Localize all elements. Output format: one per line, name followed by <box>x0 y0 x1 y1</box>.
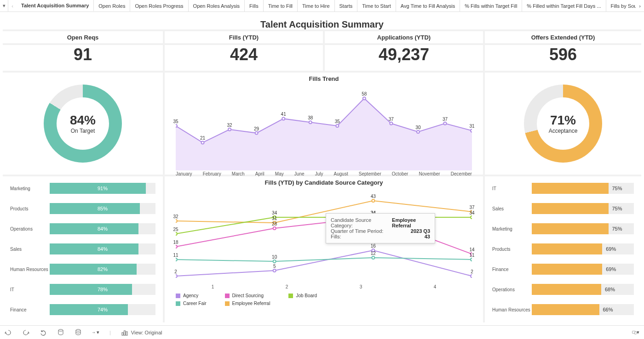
donut-acceptance-card[interactable]: 71% Acceptance <box>485 73 641 175</box>
bar-category: Human Resources <box>492 307 532 312</box>
bar-row[interactable]: Products69% <box>492 239 634 259</box>
legend-label: Job Board <box>296 293 317 298</box>
bar-value: 85% <box>98 206 108 211</box>
data-label: 37 <box>443 116 448 121</box>
tab-scroll-right[interactable]: › <box>636 0 644 11</box>
legend-label: Agency <box>183 293 198 298</box>
legend-item[interactable]: Job Board <box>288 293 317 298</box>
legend-label: Employee Referral <box>232 301 270 306</box>
bar-row[interactable]: Operations68% <box>492 279 634 299</box>
view-selector[interactable]: View: Original <box>121 329 162 336</box>
redo-icon[interactable] <box>22 329 29 336</box>
kpi-apps-val[interactable]: 49,237 <box>325 45 483 71</box>
legend-item[interactable]: Agency <box>176 293 207 298</box>
kpi-value: 91 <box>3 45 163 64</box>
svg-rect-34 <box>122 333 123 335</box>
x-tick: November <box>419 171 440 176</box>
fills-by-source-legend: AgencyDirect SourcingJob BoardCareer Fai… <box>165 289 483 308</box>
bar-row[interactable]: Operations84% <box>10 219 155 239</box>
export-icon[interactable]: ▾ <box>92 329 99 336</box>
svg-point-15 <box>471 275 472 277</box>
svg-point-21 <box>273 227 276 230</box>
device-preview-icon[interactable]: ▾ <box>632 329 639 336</box>
legend-item[interactable]: Career Fair <box>176 301 207 306</box>
bar-track: 75% <box>532 203 634 214</box>
bar-row[interactable]: Finance69% <box>492 259 634 279</box>
bar-value: 75% <box>612 186 622 191</box>
undo-icon[interactable] <box>5 329 12 336</box>
bar-row[interactable]: IT75% <box>492 178 634 198</box>
database-icon[interactable] <box>75 329 82 336</box>
tab-filled-within-target-fill-days[interactable]: % Filled within Target Fill Days ... <box>522 0 606 11</box>
bar-row[interactable]: Marketing75% <box>492 219 634 239</box>
tab-fills[interactable]: Fills <box>245 0 264 11</box>
on-target-bars-card[interactable]: Marketing91%Products85%Operations84%Sale… <box>3 176 163 322</box>
bar-row[interactable]: Human Resources66% <box>492 299 634 320</box>
revert-icon[interactable] <box>40 329 47 336</box>
svg-point-16 <box>176 258 177 261</box>
legend-item[interactable]: Direct Sourcing <box>225 293 270 298</box>
bar-category: Operations <box>10 226 50 232</box>
bar-category: Finance <box>492 267 532 272</box>
donut-on-target-card[interactable]: 84% On Target <box>3 73 163 175</box>
tab-starts[interactable]: Starts <box>335 0 358 11</box>
bar-track: 68% <box>532 284 634 295</box>
legend-item[interactable]: Employee Referral <box>225 301 270 306</box>
kpi-open-reqs-head: Open Reqs <box>3 31 163 43</box>
acceptance-bars-card[interactable]: IT75%Sales75%Marketing75%Products69%Fina… <box>485 176 641 322</box>
svg-point-1 <box>201 141 204 144</box>
fills-trend-card[interactable]: Fills Trend 352132294138355837303731 Jan… <box>165 73 483 175</box>
page-title-card: Talent Acquisition Summary <box>3 15 641 29</box>
x-tick: 2 <box>250 284 324 289</box>
kpi-fills-val[interactable]: 424 <box>165 45 323 71</box>
legend-swatch <box>176 301 180 306</box>
donut-on-target: 84% On Target <box>44 85 122 163</box>
chart-title: Fills Trend <box>165 73 483 85</box>
x-tick: 4 <box>398 284 472 289</box>
bar-row[interactable]: Sales75% <box>492 198 634 219</box>
bar-value: 69% <box>606 246 616 252</box>
tab-fills-by-source[interactable]: Fills by Source <box>606 0 636 11</box>
kpi-open-reqs-val[interactable]: 91 <box>3 45 163 71</box>
bar-category: Products <box>10 206 50 211</box>
bar-row[interactable]: Sales84% <box>10 239 155 259</box>
tab-time-to-hire[interactable]: Time to Hire <box>298 0 335 11</box>
tab-time-to-start[interactable]: Time to Start <box>357 0 396 11</box>
bar-fill: 68% <box>532 284 601 295</box>
bar-row[interactable]: IT78% <box>10 279 155 299</box>
data-label: 18 <box>173 240 178 245</box>
data-source-icon[interactable] <box>57 329 64 336</box>
x-tick: February <box>203 171 221 176</box>
tab-avg-time-to-fill-analysis[interactable]: Avg Time to Fill Analysis <box>396 0 460 11</box>
tab-menu-button[interactable]: ▾ <box>0 0 8 11</box>
bar-track: 84% <box>50 243 155 254</box>
tab-scroll-left[interactable]: ‹ <box>8 0 17 11</box>
kpi-fills-head: Fills (YTD) <box>165 31 323 43</box>
x-tick: April <box>255 171 264 176</box>
tab-fills-within-target-fill[interactable]: % Fills within Target Fill <box>460 0 522 11</box>
bar-track: 74% <box>50 304 155 315</box>
kpi-offers-val[interactable]: 596 <box>485 45 641 71</box>
data-label: 11 <box>469 253 474 258</box>
x-tick: May <box>275 171 284 176</box>
tab-open-roles-analysis[interactable]: Open Roles Analysis <box>189 0 245 11</box>
tab-time-to-fill[interactable]: Time to Fill <box>264 0 298 11</box>
bar-category: Operations <box>492 287 532 292</box>
bar-row[interactable]: Marketing91% <box>10 178 155 198</box>
bar-row[interactable]: Human Resources82% <box>10 259 155 279</box>
bar-row[interactable]: Finance74% <box>10 299 155 320</box>
tab-open-roles[interactable]: Open Roles <box>94 0 130 11</box>
svg-point-17 <box>273 260 276 263</box>
tab-talent-acquisition-summary[interactable]: Talent Acquisition Summary <box>17 0 94 11</box>
data-label: 37 <box>469 205 474 210</box>
fills-by-source-card[interactable]: Fills (YTD) by Candidate Source Category… <box>165 176 483 322</box>
bar-value: 75% <box>612 226 622 232</box>
svg-point-13 <box>273 269 276 272</box>
data-label: 21 <box>200 136 205 141</box>
data-label: 12 <box>371 251 376 256</box>
data-label: 16 <box>371 243 376 249</box>
bar-row[interactable]: Products85% <box>10 198 155 219</box>
tab-open-roles-progress[interactable]: Open Roles Progress <box>130 0 188 11</box>
data-label: 30 <box>415 125 420 130</box>
donut-percent: 84% <box>70 113 96 128</box>
